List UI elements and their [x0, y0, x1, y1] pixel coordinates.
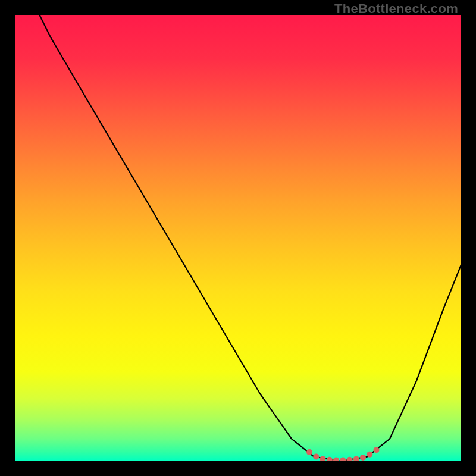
- trough-marker: [353, 456, 359, 461]
- trough-marker: [347, 457, 353, 461]
- plot-area: [15, 15, 461, 461]
- trough-marker: [340, 458, 346, 462]
- curve-layer: [15, 15, 461, 461]
- trough-marker: [374, 447, 380, 453]
- trough-marker: [333, 458, 339, 462]
- chart-stage: TheBottleneck.com: [0, 0, 476, 476]
- trough-marker: [320, 456, 326, 461]
- trough-marker: [327, 457, 333, 461]
- bottleneck-curve: [39, 15, 461, 461]
- trough-marker: [313, 454, 319, 460]
- trough-marker: [367, 452, 372, 458]
- watermark-text: TheBottleneck.com: [334, 1, 458, 17]
- trough-marker: [306, 449, 312, 455]
- trough-marker: [360, 455, 366, 461]
